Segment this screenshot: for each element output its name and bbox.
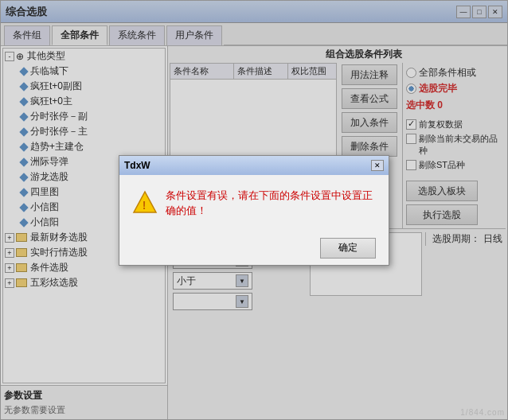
dialog-footer: 确定 [119, 231, 389, 265]
dialog-title-text: TdxW [124, 160, 150, 171]
dialog-message: 条件设置有误，请在下面的条件设置中设置正确的值！ [166, 188, 376, 219]
warning-icon: ! [132, 190, 158, 216]
dialog-overlay: TdxW ✕ ! 条件设置有误，请在下面的条件设置中设置正确的值！ 确定 [0, 0, 508, 420]
dialog: TdxW ✕ ! 条件设置有误，请在下面的条件设置中设置正确的值！ 确定 [119, 155, 389, 266]
dialog-message-row: ! 条件设置有误，请在下面的条件设置中设置正确的值！ [132, 188, 376, 219]
dialog-close-button[interactable]: ✕ [371, 160, 384, 171]
dialog-body: ! 条件设置有误，请在下面的条件设置中设置正确的值！ [119, 175, 389, 231]
svg-text:!: ! [143, 199, 147, 212]
dialog-title-bar: TdxW ✕ [119, 156, 389, 175]
dialog-ok-button[interactable]: 确定 [320, 238, 376, 259]
